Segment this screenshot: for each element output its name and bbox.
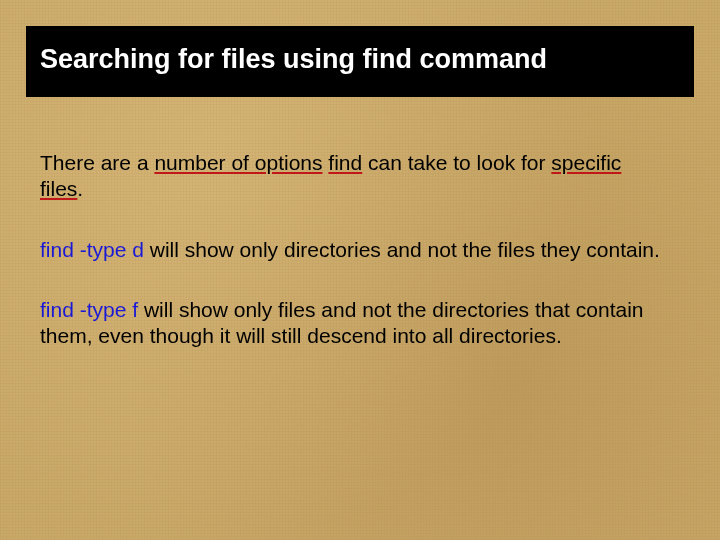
highlight-find: find — [328, 151, 362, 174]
command-text: find -type f — [40, 298, 138, 321]
example-type-d: find -type d will show only directories … — [40, 237, 680, 263]
highlight-specific: specific — [551, 151, 621, 174]
intro-paragraph: There are a number of options find can t… — [40, 150, 680, 203]
text: There are a — [40, 151, 154, 174]
slide-title-bar: Searching for files using find command — [26, 26, 694, 97]
highlight-options: number of options — [154, 151, 322, 174]
command-text: find -type d — [40, 238, 144, 261]
slide-body: There are a number of options find can t… — [40, 150, 680, 383]
slide-title: Searching for files using find command — [40, 44, 680, 75]
highlight-files: files — [40, 177, 77, 200]
example-type-f: find -type f will show only files and no… — [40, 297, 680, 350]
description-text: will show only directories and not the f… — [144, 238, 660, 261]
text: can take to look for — [362, 151, 551, 174]
text: . — [77, 177, 83, 200]
